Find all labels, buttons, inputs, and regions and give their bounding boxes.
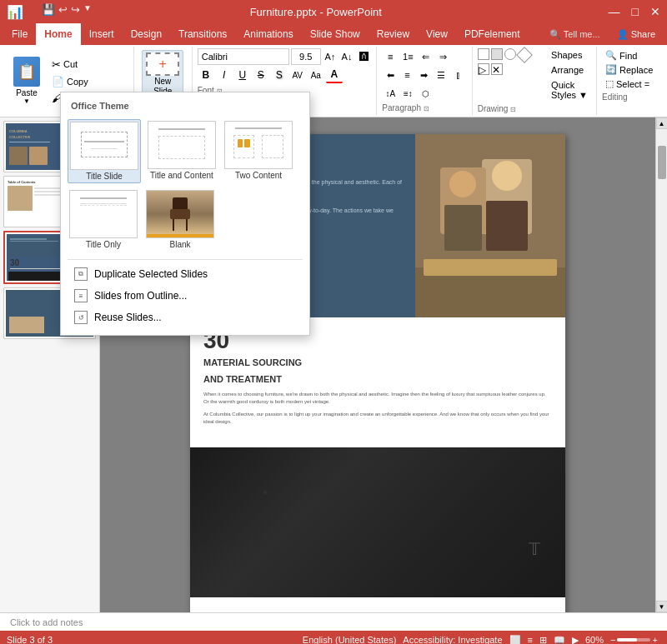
- shape-item[interactable]: ✕: [491, 63, 503, 75]
- redo-icon[interactable]: ↪: [71, 3, 80, 16]
- paste-button[interactable]: 📋 Paste ▼: [8, 53, 45, 108]
- drawing-dialog-launcher[interactable]: ⊡: [510, 106, 516, 113]
- title-only-line2: [80, 205, 127, 206]
- menu-design[interactable]: Design: [123, 23, 170, 45]
- notes-bar[interactable]: Click to add notes: [0, 612, 667, 631]
- layout-label-two-content: Two Content: [235, 171, 282, 180]
- character-spacing-button[interactable]: AV: [289, 67, 306, 83]
- shape-item[interactable]: ▷: [478, 63, 489, 75]
- menu-slideshow[interactable]: Slide Show: [302, 23, 369, 45]
- align-left-button[interactable]: ⬅: [382, 67, 398, 83]
- slide-sorter-button[interactable]: ⊞: [539, 635, 547, 645]
- scrollbar-thumb[interactable]: [658, 146, 666, 179]
- align-right-button[interactable]: ➡: [416, 67, 432, 83]
- menu-animations[interactable]: Animations: [235, 23, 301, 45]
- increase-font-size-button[interactable]: A↑: [323, 48, 338, 65]
- outline-view-button[interactable]: ≡: [528, 635, 533, 644]
- menu-transitions[interactable]: Transitions: [170, 23, 235, 45]
- tell-me-field[interactable]: 🔍Tell me...: [541, 23, 609, 45]
- shape-item[interactable]: [491, 48, 503, 60]
- bullets-button[interactable]: ≡: [382, 48, 399, 65]
- quick-styles-button[interactable]: QuickStyles ▼: [548, 78, 591, 102]
- text-direction-button[interactable]: ↕A: [382, 85, 399, 102]
- layout-thumb-title-slide: [70, 122, 138, 170]
- vertical-scrollbar[interactable]: ▲ ▼: [655, 117, 667, 612]
- close-button[interactable]: ✕: [650, 5, 660, 18]
- chair-shape: [168, 197, 193, 231]
- replace-button[interactable]: 🔄 Replace: [602, 62, 659, 77]
- menu-insert[interactable]: Insert: [81, 23, 123, 45]
- scroll-up-button[interactable]: ▲: [656, 117, 668, 129]
- menu-review[interactable]: Review: [369, 23, 418, 45]
- minimize-button[interactable]: —: [609, 5, 620, 18]
- cut-button[interactable]: ✂ Cut: [48, 57, 128, 72]
- zoom-fill: [617, 638, 637, 642]
- menu-bar: File Home Insert Design Transitions Anim…: [0, 23, 667, 45]
- align-center-button[interactable]: ≡: [399, 67, 415, 83]
- scroll-down-button[interactable]: ▼: [656, 601, 668, 612]
- restore-button[interactable]: □: [632, 5, 639, 18]
- justify-button[interactable]: ☰: [434, 67, 449, 83]
- arrange-button[interactable]: Arrange: [548, 63, 591, 77]
- shape-item[interactable]: [478, 48, 489, 60]
- numbering-button[interactable]: 1≡: [399, 48, 416, 65]
- undo-icon[interactable]: ↩: [58, 3, 68, 16]
- change-case-button[interactable]: Aa: [308, 67, 324, 83]
- outline-icon: ≡: [74, 289, 88, 302]
- copy-button[interactable]: 📄 Copy: [48, 74, 128, 89]
- two-content-icons: [234, 136, 254, 151]
- text-shadow-button[interactable]: S: [271, 67, 288, 83]
- menu-file[interactable]: File: [3, 23, 36, 45]
- font-color-button[interactable]: A: [326, 67, 343, 83]
- reuse-slides-item[interactable]: ↺ Reuse Slides...: [68, 307, 303, 328]
- zoom-decrease-button[interactable]: −: [610, 635, 615, 644]
- layout-blank[interactable]: Blank: [144, 188, 216, 251]
- bold-button[interactable]: B: [198, 67, 214, 83]
- share-button[interactable]: 👤Share: [609, 23, 664, 45]
- font-name-input[interactable]: [198, 48, 289, 65]
- dropdown-divider: [68, 259, 303, 260]
- cut-icon: ✂: [52, 58, 61, 71]
- customize-qat-icon[interactable]: ▼: [83, 3, 92, 16]
- font-size-input[interactable]: [291, 48, 321, 65]
- select-button[interactable]: ⬚ Select =: [602, 77, 659, 91]
- strikethrough-button[interactable]: S: [253, 67, 269, 83]
- normal-view-button[interactable]: ⬜: [509, 635, 521, 645]
- slides-from-outline-item[interactable]: ≡ Slides from Outline...: [68, 285, 303, 307]
- layout-title-only[interactable]: Title Only: [68, 188, 139, 251]
- app-logo-icon: 📊: [7, 4, 23, 20]
- zoom-slider[interactable]: − +: [610, 635, 660, 644]
- paragraph-dialog-launcher[interactable]: ⊡: [424, 105, 429, 112]
- paste-dropdown-icon[interactable]: ▼: [23, 97, 30, 105]
- reading-view-button[interactable]: 📖: [554, 635, 565, 645]
- align-text-button[interactable]: ≡↕: [399, 85, 416, 102]
- duplicate-slides-item[interactable]: ⧉ Duplicate Selected Slides: [68, 263, 303, 285]
- clear-formatting-button[interactable]: 🅰: [356, 48, 371, 65]
- columns-button[interactable]: ⫿: [450, 67, 466, 83]
- zoom-increase-button[interactable]: +: [652, 635, 657, 644]
- decrease-indent-button[interactable]: ⇐: [417, 48, 434, 65]
- smartart-button[interactable]: ⬡: [417, 85, 434, 102]
- menu-view[interactable]: View: [418, 23, 456, 45]
- layout-title-slide[interactable]: Title Slide: [68, 119, 141, 183]
- italic-button[interactable]: I: [216, 67, 233, 83]
- s1-img1: [9, 147, 28, 165]
- title-only-title: [80, 197, 127, 199]
- s2-box1: [8, 186, 33, 211]
- slide-info: Slide 3 of 3: [7, 635, 53, 644]
- menu-home[interactable]: Home: [36, 23, 80, 45]
- shapes-button[interactable]: Shapes: [548, 48, 591, 62]
- decrease-font-size-button[interactable]: A↓: [339, 48, 354, 65]
- save-icon[interactable]: 💾: [42, 3, 55, 16]
- find-button[interactable]: 🔍 Find: [602, 48, 659, 62]
- scrollbar-track[interactable]: [656, 129, 667, 601]
- layout-two-content[interactable]: Two Content: [223, 119, 294, 183]
- underline-button[interactable]: U: [234, 67, 251, 83]
- increase-indent-button[interactable]: ⇒: [434, 48, 451, 65]
- shape-item[interactable]: [516, 47, 533, 63]
- menu-pdfelement[interactable]: PDFelement: [456, 23, 529, 45]
- shape-item[interactable]: [504, 48, 516, 60]
- layout-title-content[interactable]: Title and Content: [146, 119, 218, 183]
- layout-thumb-title-content: [148, 121, 216, 169]
- slideshow-button[interactable]: ▶: [572, 635, 579, 645]
